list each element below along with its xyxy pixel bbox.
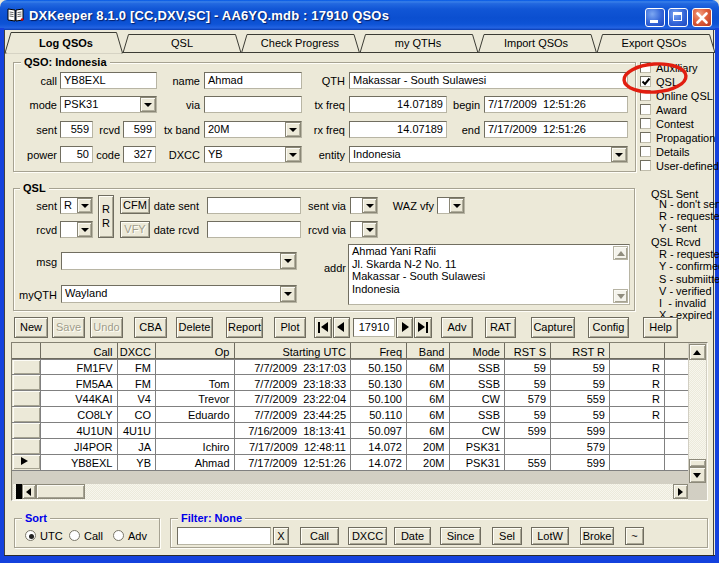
svg-text:Import QSOs: Import QSOs [504,37,569,49]
svg-text:QSL: QSL [171,37,193,49]
svg-text:Log QSOs: Log QSOs [39,37,93,49]
svg-text:my QTHs: my QTHs [395,37,442,49]
svg-text:Export QSOs: Export QSOs [622,37,687,49]
svg-text:Check Progress: Check Progress [261,37,340,49]
